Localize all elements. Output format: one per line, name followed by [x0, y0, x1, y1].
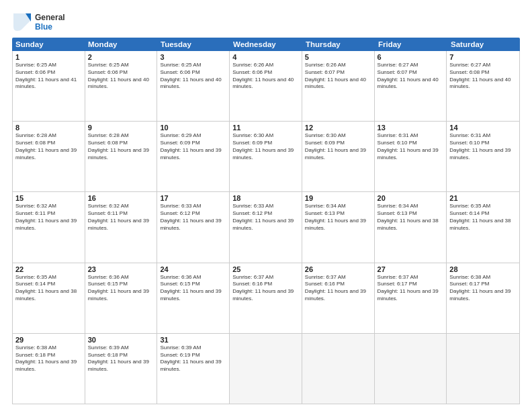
cell-details: Sunrise: 6:38 AMSunset: 6:17 PMDaylight:…: [449, 274, 517, 303]
day-number: 5: [305, 53, 371, 61]
calendar-cell: 26Sunrise: 6:37 AMSunset: 6:16 PMDayligh…: [302, 263, 375, 333]
cell-details: Sunrise: 6:30 AMSunset: 6:09 PMDaylight:…: [232, 132, 299, 161]
cell-details: Sunrise: 6:33 AMSunset: 6:12 PMDaylight:…: [232, 203, 299, 232]
header: General Blue: [12, 12, 520, 32]
logo: General Blue: [12, 12, 65, 32]
day-number: 21: [449, 194, 517, 202]
header-day-saturday: Saturday: [447, 38, 520, 51]
cell-details: Sunrise: 6:28 AMSunset: 6:08 PMDaylight:…: [15, 132, 82, 161]
calendar-cell: 9Sunrise: 6:28 AMSunset: 6:08 PMDaylight…: [85, 122, 158, 191]
day-number: 1: [15, 53, 82, 61]
calendar-week-4: 22Sunrise: 6:35 AMSunset: 6:14 PMDayligh…: [13, 263, 519, 334]
calendar-cell: 25Sunrise: 6:37 AMSunset: 6:16 PMDayligh…: [230, 263, 302, 333]
calendar-cell: 27Sunrise: 6:37 AMSunset: 6:17 PMDayligh…: [375, 263, 447, 333]
calendar-cell: 13Sunrise: 6:31 AMSunset: 6:10 PMDayligh…: [375, 122, 447, 191]
cell-details: Sunrise: 6:37 AMSunset: 6:17 PMDaylight:…: [378, 274, 444, 303]
calendar-cell: 6Sunrise: 6:27 AMSunset: 6:07 PMDaylight…: [375, 51, 447, 121]
calendar-cell: 1Sunrise: 6:25 AMSunset: 6:06 PMDaylight…: [13, 51, 85, 121]
day-number: 13: [378, 124, 444, 132]
day-number: 18: [232, 194, 299, 202]
day-number: 12: [305, 124, 371, 132]
day-number: 25: [232, 265, 299, 273]
logo-text: General Blue: [35, 13, 65, 32]
day-number: 15: [15, 194, 82, 202]
cell-details: Sunrise: 6:37 AMSunset: 6:16 PMDaylight:…: [305, 274, 371, 303]
logo-line1: General: [35, 13, 65, 22]
day-number: 16: [88, 194, 154, 202]
calendar-cell: [230, 334, 302, 404]
day-number: 11: [232, 124, 299, 132]
day-number: 2: [88, 53, 154, 61]
cell-details: Sunrise: 6:36 AMSunset: 6:15 PMDaylight:…: [88, 274, 154, 303]
header-day-monday: Monday: [85, 38, 157, 51]
calendar-cell: [302, 334, 375, 404]
header-day-sunday: Sunday: [12, 38, 85, 51]
cell-details: Sunrise: 6:27 AMSunset: 6:07 PMDaylight:…: [378, 62, 444, 91]
day-number: 20: [378, 194, 444, 202]
calendar-cell: [447, 334, 519, 404]
cell-details: Sunrise: 6:26 AMSunset: 6:06 PMDaylight:…: [232, 62, 299, 91]
calendar-cell: 31Sunrise: 6:39 AMSunset: 6:19 PMDayligh…: [157, 334, 230, 404]
day-number: 28: [449, 265, 517, 273]
calendar-cell: 19Sunrise: 6:34 AMSunset: 6:13 PMDayligh…: [302, 192, 375, 262]
cell-details: Sunrise: 6:26 AMSunset: 6:07 PMDaylight:…: [305, 62, 371, 91]
day-number: 30: [88, 336, 154, 344]
day-number: 6: [378, 53, 444, 61]
calendar-cell: 21Sunrise: 6:35 AMSunset: 6:14 PMDayligh…: [447, 192, 519, 262]
calendar-cell: 10Sunrise: 6:29 AMSunset: 6:09 PMDayligh…: [157, 122, 230, 191]
calendar-cell: 17Sunrise: 6:33 AMSunset: 6:12 PMDayligh…: [157, 192, 230, 262]
cell-details: Sunrise: 6:33 AMSunset: 6:12 PMDaylight:…: [160, 203, 226, 232]
day-number: 19: [305, 194, 371, 202]
cell-details: Sunrise: 6:36 AMSunset: 6:15 PMDaylight:…: [160, 274, 226, 303]
calendar-header-row: SundayMondayTuesdayWednesdayThursdayFrid…: [12, 38, 520, 51]
day-number: 24: [160, 265, 226, 273]
day-number: 29: [15, 336, 82, 344]
logo-svg: [12, 12, 32, 32]
calendar-cell: 15Sunrise: 6:32 AMSunset: 6:11 PMDayligh…: [13, 192, 85, 262]
cell-details: Sunrise: 6:39 AMSunset: 6:19 PMDaylight:…: [160, 345, 226, 373]
day-number: 4: [232, 53, 299, 61]
header-day-thursday: Thursday: [302, 38, 375, 51]
calendar-cell: 8Sunrise: 6:28 AMSunset: 6:08 PMDaylight…: [13, 122, 85, 191]
calendar-cell: 12Sunrise: 6:30 AMSunset: 6:09 PMDayligh…: [302, 122, 375, 191]
cell-details: Sunrise: 6:31 AMSunset: 6:10 PMDaylight:…: [378, 132, 444, 161]
cell-details: Sunrise: 6:39 AMSunset: 6:18 PMDaylight:…: [88, 345, 154, 373]
cell-details: Sunrise: 6:34 AMSunset: 6:13 PMDaylight:…: [378, 203, 444, 232]
calendar-body: 1Sunrise: 6:25 AMSunset: 6:06 PMDaylight…: [12, 51, 520, 404]
day-number: 27: [378, 265, 444, 273]
day-number: 7: [449, 53, 517, 61]
calendar-cell: 18Sunrise: 6:33 AMSunset: 6:12 PMDayligh…: [230, 192, 302, 262]
calendar-cell: 7Sunrise: 6:27 AMSunset: 6:08 PMDaylight…: [447, 51, 519, 121]
calendar-week-3: 15Sunrise: 6:32 AMSunset: 6:11 PMDayligh…: [13, 192, 519, 263]
cell-details: Sunrise: 6:25 AMSunset: 6:06 PMDaylight:…: [15, 62, 82, 91]
calendar-cell: [375, 334, 447, 404]
calendar-week-5: 29Sunrise: 6:38 AMSunset: 6:18 PMDayligh…: [13, 334, 519, 404]
calendar-week-2: 8Sunrise: 6:28 AMSunset: 6:08 PMDaylight…: [13, 122, 519, 192]
cell-details: Sunrise: 6:28 AMSunset: 6:08 PMDaylight:…: [88, 132, 154, 161]
cell-details: Sunrise: 6:35 AMSunset: 6:14 PMDaylight:…: [449, 203, 517, 232]
header-day-friday: Friday: [375, 38, 447, 51]
page: General Blue SundayMondayTuesdayWednesda…: [0, 0, 532, 411]
day-number: 22: [15, 265, 82, 273]
calendar-cell: 4Sunrise: 6:26 AMSunset: 6:06 PMDaylight…: [230, 51, 302, 121]
day-number: 3: [160, 53, 226, 61]
day-number: 17: [160, 194, 226, 202]
day-number: 23: [88, 265, 154, 273]
header-day-wednesday: Wednesday: [230, 38, 302, 51]
calendar-cell: 22Sunrise: 6:35 AMSunset: 6:14 PMDayligh…: [13, 263, 85, 333]
cell-details: Sunrise: 6:32 AMSunset: 6:11 PMDaylight:…: [15, 203, 82, 232]
cell-details: Sunrise: 6:34 AMSunset: 6:13 PMDaylight:…: [305, 203, 371, 232]
day-number: 26: [305, 265, 371, 273]
cell-details: Sunrise: 6:35 AMSunset: 6:14 PMDaylight:…: [15, 274, 82, 303]
cell-details: Sunrise: 6:30 AMSunset: 6:09 PMDaylight:…: [305, 132, 371, 161]
cell-details: Sunrise: 6:32 AMSunset: 6:11 PMDaylight:…: [88, 203, 154, 232]
calendar-cell: 20Sunrise: 6:34 AMSunset: 6:13 PMDayligh…: [375, 192, 447, 262]
day-number: 10: [160, 124, 226, 132]
cell-details: Sunrise: 6:31 AMSunset: 6:10 PMDaylight:…: [449, 132, 517, 161]
calendar-cell: 28Sunrise: 6:38 AMSunset: 6:17 PMDayligh…: [447, 263, 519, 333]
calendar-cell: 14Sunrise: 6:31 AMSunset: 6:10 PMDayligh…: [447, 122, 519, 191]
day-number: 8: [15, 124, 82, 132]
day-number: 14: [449, 124, 517, 132]
day-number: 9: [88, 124, 154, 132]
calendar-cell: 3Sunrise: 6:25 AMSunset: 6:06 PMDaylight…: [157, 51, 230, 121]
